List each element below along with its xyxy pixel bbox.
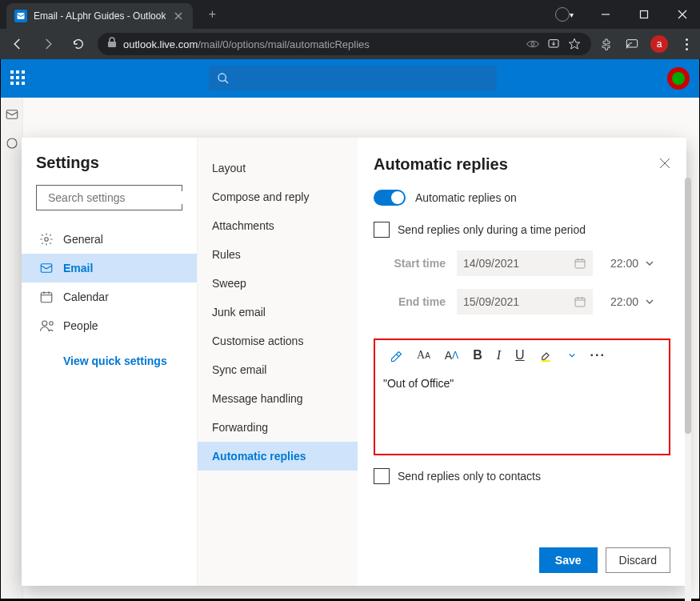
nav-people[interactable]: People: [22, 311, 197, 340]
install-icon[interactable]: [546, 37, 561, 51]
new-tab-button[interactable]: +: [201, 3, 223, 26]
profile-avatar[interactable]: a: [650, 35, 668, 53]
subnav-automatic-replies[interactable]: Automatic replies: [198, 442, 358, 471]
automatic-replies-toggle-label: Automatic replies on: [415, 191, 517, 204]
italic-button[interactable]: I: [497, 348, 501, 363]
subnav-sync[interactable]: Sync email: [198, 355, 358, 384]
svg-point-10: [45, 238, 49, 242]
more-options-chevron[interactable]: [568, 351, 576, 359]
subnav-compose[interactable]: Compose and reply: [198, 182, 358, 211]
subnav-forwarding[interactable]: Forwarding: [198, 413, 358, 442]
discard-button[interactable]: Discard: [606, 547, 670, 573]
address-bar[interactable]: outlook.live.com/mail/0/options/mail/aut…: [98, 33, 591, 55]
minimize-button[interactable]: [588, 2, 623, 27]
svg-point-3: [531, 42, 534, 46]
close-panel-button[interactable]: [659, 158, 670, 172]
svg-point-13: [42, 321, 47, 326]
browser-tab[interactable]: Email - ALphr Guides - Outlook: [6, 3, 193, 29]
svg-rect-5: [626, 40, 637, 47]
forward-button[interactable]: [37, 33, 59, 55]
tab-close-button[interactable]: [172, 10, 185, 22]
nav-calendar[interactable]: Calendar: [22, 282, 197, 311]
outlook-search-bar[interactable]: [209, 66, 497, 91]
url-text: outlook.live.com/mail/0/options/mail/aut…: [123, 38, 519, 50]
settings-title: Settings: [36, 154, 187, 172]
maximize-button[interactable]: [626, 2, 662, 27]
search-settings-input[interactable]: [43, 191, 188, 204]
editor-toolbar: AA Aᐱ B I U ···: [375, 340, 669, 371]
chevron-down-icon[interactable]: ▾: [570, 10, 574, 19]
settings-detail-panel: Automatic replies Automatic replies on S…: [358, 138, 686, 586]
calendar-picker-icon: [574, 257, 586, 270]
nav-general[interactable]: General: [22, 225, 197, 254]
settings-nav-secondary: Layout Compose and reply Attachments Rul…: [198, 138, 358, 586]
subnav-message-handling[interactable]: Message handling: [198, 384, 358, 413]
bookmark-star-icon[interactable]: [567, 37, 582, 51]
subnav-layout[interactable]: Layout: [198, 154, 358, 182]
back-button[interactable]: [6, 33, 29, 55]
header-app-icon[interactable]: [667, 67, 690, 90]
panel-footer: Save Discard: [374, 536, 670, 573]
outlook-header: [1, 59, 699, 98]
search-settings[interactable]: [36, 185, 182, 210]
tab-title: Email - ALphr Guides - Outlook: [34, 10, 166, 22]
time-period-label: Send replies only during a time period: [398, 223, 586, 236]
subnav-rules[interactable]: Rules: [198, 240, 358, 269]
subnav-sweep[interactable]: Sweep: [198, 269, 358, 298]
eye-icon[interactable]: [526, 37, 540, 51]
underline-button[interactable]: U: [515, 348, 525, 363]
format-painter-icon[interactable]: [388, 348, 402, 363]
bold-button[interactable]: B: [473, 348, 482, 363]
svg-rect-7: [6, 110, 18, 119]
mail-rail-icon[interactable]: [5, 107, 19, 122]
account-indicator-icon[interactable]: [555, 7, 570, 22]
end-time-select[interactable]: 22:00: [601, 295, 654, 308]
subnav-junk[interactable]: Junk email: [198, 298, 358, 327]
mail-icon: [39, 261, 54, 275]
save-button[interactable]: Save: [539, 547, 598, 573]
reload-button[interactable]: [67, 33, 90, 55]
subnav-attachments[interactable]: Attachments: [198, 211, 358, 240]
calendar-picker-icon: [574, 295, 586, 308]
nav-email[interactable]: Email: [22, 254, 197, 282]
extensions-icon[interactable]: [599, 37, 614, 51]
outlook-favicon: [14, 10, 27, 22]
end-date-input[interactable]: 15/09/2021: [457, 289, 593, 315]
reply-editor[interactable]: "Out of Office": [375, 371, 669, 454]
lock-icon: [107, 37, 117, 51]
contacts-only-label: Send replies only to contacts: [398, 470, 541, 483]
start-date-input[interactable]: 14/09/2021: [457, 250, 593, 276]
left-rail: [1, 98, 23, 599]
time-period-checkbox[interactable]: [374, 222, 390, 238]
browser-toolbar: outlook.live.com/mail/0/options/mail/aut…: [0, 29, 700, 59]
highlight-button[interactable]: [539, 348, 554, 363]
overflow-menu-icon[interactable]: ···: [590, 348, 606, 363]
font-family-icon[interactable]: AA: [417, 349, 430, 362]
cast-icon[interactable]: [625, 37, 639, 51]
end-time-label: End time: [390, 295, 446, 308]
svg-rect-16: [542, 360, 550, 362]
chevron-down-icon: [645, 258, 654, 268]
settings-panel: Settings General Email Calendar People: [22, 138, 686, 586]
people-icon: [39, 319, 54, 333]
gear-icon: [39, 232, 54, 246]
subnav-customise[interactable]: Customise actions: [198, 327, 358, 355]
reply-editor-highlight: AA Aᐱ B I U ··· "Out of Office": [374, 339, 670, 455]
svg-rect-14: [575, 259, 585, 268]
start-time-select[interactable]: 22:00: [601, 257, 654, 270]
settings-nav-primary: Settings General Email Calendar People: [22, 138, 198, 586]
panel-title: Automatic replies: [374, 155, 508, 174]
close-window-button[interactable]: [665, 2, 700, 27]
contacts-only-checkbox[interactable]: [374, 468, 390, 484]
svg-rect-15: [575, 298, 585, 307]
automatic-replies-toggle[interactable]: [374, 190, 406, 206]
scrollbar-thumb[interactable]: [685, 178, 691, 434]
browser-menu-button[interactable]: [679, 38, 694, 50]
svg-rect-2: [108, 42, 116, 47]
svg-rect-1: [641, 11, 648, 18]
font-size-icon[interactable]: Aᐱ: [445, 349, 458, 362]
view-quick-settings-link[interactable]: View quick settings: [63, 355, 187, 367]
svg-point-6: [218, 74, 226, 81]
app-launcher-icon[interactable]: [10, 70, 26, 86]
more-rail-icon[interactable]: [5, 136, 19, 150]
